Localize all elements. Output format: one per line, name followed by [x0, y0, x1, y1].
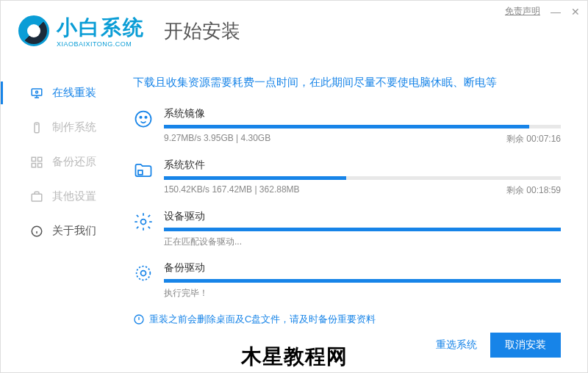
svg-rect-0	[32, 89, 42, 95]
monitor-icon	[30, 87, 43, 100]
progress-bar	[164, 228, 561, 231]
svg-rect-5	[32, 163, 35, 167]
task-software: 系统软件 150.42KB/s 167.42MB | 362.88MB剩余 00…	[133, 159, 561, 197]
grid-icon	[30, 156, 43, 169]
face-icon	[133, 109, 154, 129]
task-backup-driver: 备份驱动 执行完毕！	[133, 261, 561, 300]
svg-point-10	[140, 117, 141, 118]
progress-bar	[164, 279, 561, 283]
sidebar-item-settings[interactable]: 其他设置	[1, 179, 118, 214]
task-image: 系统镜像 9.27MB/s 3.95GB | 4.30GB剩余 00:07:16	[133, 107, 561, 145]
task-stats: 正在匹配设备驱动...	[164, 236, 242, 248]
sidebar-item-label: 备份还原	[52, 155, 96, 169]
sidebar-item-make[interactable]: 制作系统	[1, 110, 118, 145]
progress-bar	[164, 176, 561, 180]
progress-bar	[164, 125, 561, 128]
sidebar: 在线重装 制作系统 备份还原 其他设置 关于我们	[1, 61, 118, 371]
sidebar-item-label: 其他设置	[52, 189, 96, 203]
svg-point-14	[137, 267, 151, 280]
task-title: 系统镜像	[164, 107, 561, 120]
warning-row: 重装之前会删除桌面及C盘文件，请及时备份重要资料	[133, 313, 561, 326]
task-title: 设备驱动	[164, 210, 561, 223]
notice-text: 下载且收集资源需要耗费一点时间，在此期间尽量不要使电脑休眠、断电等	[133, 76, 561, 90]
svg-rect-3	[32, 157, 35, 161]
gear-outline-icon	[133, 263, 154, 283]
usb-icon	[30, 121, 43, 134]
disclaimer-link[interactable]: 免责声明	[505, 5, 540, 18]
task-stats: 执行完毕！	[164, 287, 208, 300]
task-stats: 9.27MB/s 3.95GB | 4.30GB	[164, 133, 270, 145]
minimize-icon[interactable]: —	[551, 6, 561, 18]
sidebar-item-label: 关于我们	[52, 224, 96, 238]
folder-icon	[133, 160, 154, 181]
cancel-button[interactable]: 取消安装	[490, 333, 561, 358]
title-bar: 免责声明 — ✕	[505, 5, 580, 18]
svg-point-1	[36, 91, 38, 93]
warning-text: 重装之前会删除桌面及C盘文件，请及时备份重要资料	[149, 313, 376, 326]
gear-icon	[133, 211, 154, 232]
svg-point-15	[141, 271, 146, 276]
brand-domain: XIAOBAIXITONG.COM	[57, 40, 145, 48]
brand-name: 小白系统	[57, 14, 145, 42]
svg-point-13	[141, 220, 146, 225]
svg-point-11	[145, 117, 146, 118]
task-remain: 剩余 00:18:59	[506, 184, 561, 197]
task-driver: 设备驱动 正在匹配设备驱动...	[133, 210, 561, 248]
info-icon	[30, 225, 43, 238]
alert-icon	[133, 314, 145, 325]
svg-point-9	[136, 112, 151, 127]
svg-rect-12	[138, 170, 143, 175]
app-logo	[18, 15, 49, 46]
footer-actions: 重选系统 取消安装	[436, 333, 561, 358]
sidebar-item-label: 在线重装	[52, 86, 96, 100]
main-content: 下载且收集资源需要耗费一点时间，在此期间尽量不要使电脑休眠、断电等 系统镜像 9…	[118, 61, 587, 371]
svg-rect-6	[38, 163, 42, 167]
svg-rect-7	[32, 194, 42, 201]
task-stats: 150.42KB/s 167.42MB | 362.88MB	[164, 184, 300, 197]
task-title: 备份驱动	[164, 261, 561, 275]
briefcase-icon	[30, 190, 43, 203]
sidebar-item-label: 制作系统	[52, 120, 96, 134]
sidebar-item-reinstall[interactable]: 在线重装	[1, 76, 118, 110]
task-title: 系统软件	[164, 159, 561, 172]
task-remain: 剩余 00:07:16	[506, 133, 561, 145]
header: 小白系统 XIAOBAIXITONG.COM 开始安装	[1, 1, 587, 61]
sidebar-item-backup[interactable]: 备份还原	[1, 145, 118, 179]
svg-rect-4	[38, 157, 42, 161]
sidebar-item-about[interactable]: 关于我们	[1, 214, 118, 248]
reselect-button[interactable]: 重选系统	[436, 338, 477, 352]
page-title: 开始安装	[164, 18, 240, 44]
close-icon[interactable]: ✕	[571, 6, 580, 18]
